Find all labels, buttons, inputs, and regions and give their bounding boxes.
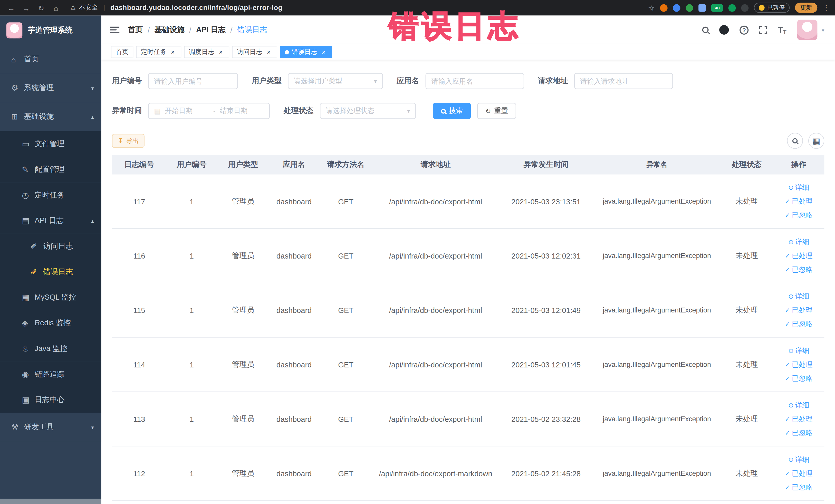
ignored-link[interactable]: ✓已忽略 — [785, 209, 813, 222]
sidebar-toggle-icon[interactable] — [110, 27, 119, 33]
help-icon[interactable]: ? — [739, 25, 749, 35]
tab-close-icon[interactable]: × — [265, 48, 272, 56]
fullscreen-icon[interactable] — [759, 26, 767, 34]
cell-exception: java.lang.IllegalArgumentException — [593, 306, 720, 314]
search-button[interactable]: 搜索 — [433, 103, 471, 119]
extension-icon[interactable] — [728, 4, 736, 12]
check-icon: ✓ — [785, 372, 790, 385]
forward-icon[interactable]: → — [20, 4, 32, 12]
sidebar-item-mysql[interactable]: ▦MySQL 监控 — [0, 285, 101, 310]
tab-error-log[interactable]: 错误日志× — [280, 46, 332, 58]
reload-icon[interactable]: ↻ — [35, 4, 47, 12]
breadcrumb-item[interactable]: 错误日志 — [237, 25, 267, 35]
processed-link[interactable]: ✓已处理 — [785, 358, 813, 371]
sidebar-item-tracer[interactable]: ◉链路追踪 — [0, 362, 101, 387]
filter-app-name: 应用名 — [396, 73, 524, 89]
tab-access-log[interactable]: 访问日志× — [232, 46, 278, 58]
calendar-icon: ▦ — [154, 107, 161, 115]
search-icon[interactable] — [702, 27, 709, 33]
avatar[interactable] — [797, 20, 817, 40]
address-bar[interactable]: ⚠ 不安全 | dashboard.yudao.iocoder.cn/infra… — [65, 2, 645, 14]
processed-link[interactable]: ✓已处理 — [785, 412, 813, 425]
ignored-link[interactable]: ✓已忽略 — [785, 481, 813, 494]
detail-link[interactable]: ⊙详细 — [788, 290, 809, 303]
breadcrumb-item[interactable]: 首页 — [128, 25, 143, 35]
tab-close-icon[interactable]: × — [169, 48, 176, 56]
chevron-down-icon[interactable]: ▾ — [822, 27, 824, 33]
extension-icon[interactable] — [741, 4, 749, 12]
table-search-toggle-button[interactable] — [787, 133, 803, 149]
tab-job[interactable]: 定时任务× — [136, 46, 182, 58]
font-size-icon[interactable]: TT — [778, 25, 787, 35]
browser-update-button[interactable]: 更新 — [795, 3, 817, 13]
ignored-link[interactable]: ✓已忽略 — [785, 426, 813, 439]
tab-job-log[interactable]: 调度日志× — [184, 46, 229, 58]
paused-badge[interactable]: 已暂停 — [754, 3, 790, 13]
sidebar-item-config[interactable]: ✎配置管理 — [0, 157, 101, 183]
date-range-picker[interactable]: ▦ 开始日期 - 结束日期 — [148, 103, 270, 119]
ignored-link[interactable]: ✓已忽略 — [785, 318, 813, 330]
back-icon[interactable]: ← — [5, 4, 17, 12]
detail-link[interactable]: ⊙详细 — [788, 181, 809, 194]
sidebar-item-infra[interactable]: ⊞基础设施▴ — [0, 102, 101, 131]
detail-link[interactable]: ⊙详细 — [788, 399, 809, 411]
breadcrumb-separator: / — [189, 26, 191, 34]
sidebar-item-error-log[interactable]: ✐错误日志 — [0, 259, 101, 285]
sidebar-item-java[interactable]: ♨Java 监控 — [0, 336, 101, 362]
extension-icon[interactable] — [686, 4, 693, 12]
browser-menu-icon[interactable]: ⋮ — [823, 4, 830, 12]
process-status-select[interactable]: 请选择处理状态 ▾ — [320, 103, 416, 119]
extension-icon[interactable] — [698, 4, 706, 12]
breadcrumb-item[interactable]: 基础设施 — [155, 25, 184, 35]
tab-close-icon[interactable]: × — [217, 48, 224, 56]
extension-icon[interactable] — [660, 4, 668, 12]
sidebar-item-job[interactable]: ◷定时任务 — [0, 182, 101, 208]
cell-user-type: 管理员 — [217, 468, 269, 478]
export-button[interactable]: ↧ 导出 — [112, 134, 144, 148]
filter-user-type: 用户类型 请选择用户类型 ▾ — [251, 73, 383, 89]
sidebar-item-file[interactable]: ▭文件管理 — [0, 131, 101, 157]
url-text[interactable]: dashboard.yudao.iocoder.cn/infra/log/api… — [110, 4, 282, 12]
processed-link[interactable]: ✓已处理 — [785, 467, 813, 480]
sidebar-item-home[interactable]: ⌂首页 — [0, 45, 101, 74]
doc-icon: ✐ — [30, 242, 43, 251]
table-column-settings-button[interactable]: ▦ — [808, 133, 824, 149]
action-label: 已处理 — [792, 195, 813, 208]
mysql-icon: ▦ — [22, 293, 35, 302]
processed-link[interactable]: ✓已处理 — [785, 249, 813, 262]
extension-icon[interactable] — [673, 4, 680, 12]
sidebar-item-redis[interactable]: ◈Redis 监控 — [0, 310, 101, 336]
sidebar-item-dev-tools[interactable]: ⚒研发工具▾ — [0, 413, 101, 442]
tab-home[interactable]: 首页 — [111, 46, 133, 58]
reset-button[interactable]: ↻ 重置 — [477, 103, 516, 119]
request-url-input[interactable] — [580, 77, 667, 85]
download-icon: ↧ — [118, 137, 123, 144]
app-logo[interactable]: 芋道管理系统 — [0, 15, 101, 45]
cell-url: /api/infra/db-doc/export-html — [373, 306, 498, 314]
detail-link[interactable]: ⊙详细 — [788, 453, 809, 466]
user-type-select[interactable]: 请选择用户类型 ▾ — [288, 73, 383, 89]
sidebar-item-access-log[interactable]: ✐访问日志 — [0, 234, 101, 259]
tab-close-icon[interactable]: × — [320, 48, 327, 56]
user-id-input[interactable] — [154, 77, 232, 85]
breadcrumb-item[interactable]: API 日志 — [196, 25, 226, 35]
home-icon[interactable]: ⌂ — [50, 4, 62, 12]
table-body: 1171管理员dashboardGET/api/infra/db-doc/exp… — [112, 174, 824, 501]
sidebar-scrollbar[interactable] — [0, 499, 101, 504]
processed-link[interactable]: ✓已处理 — [785, 195, 813, 208]
sidebar-item-system[interactable]: ⚙系统管理▾ — [0, 74, 101, 102]
filter-request-url: 请求地址 — [538, 73, 673, 89]
sidebar-menu: ⌂首页⚙系统管理▾⊞基础设施▴▭文件管理✎配置管理◷定时任务▤API 日志▴✐访… — [0, 45, 101, 441]
github-icon[interactable] — [719, 25, 729, 35]
sidebar-item-api-log[interactable]: ▤API 日志▴ — [0, 208, 101, 234]
sidebar-item-log-center[interactable]: ▣日志中心 — [0, 387, 101, 413]
app-name-input[interactable] — [431, 77, 518, 85]
detail-link[interactable]: ⊙详细 — [788, 236, 809, 248]
home-icon: ⌂ — [11, 55, 24, 64]
detail-link[interactable]: ⊙详细 — [788, 344, 809, 357]
processed-link[interactable]: ✓已处理 — [785, 304, 813, 317]
ignored-link[interactable]: ✓已忽略 — [785, 263, 813, 276]
extension-on-badge[interactable]: on — [711, 4, 723, 12]
bookmark-star-icon[interactable]: ☆ — [648, 4, 655, 12]
ignored-link[interactable]: ✓已忽略 — [785, 372, 813, 385]
